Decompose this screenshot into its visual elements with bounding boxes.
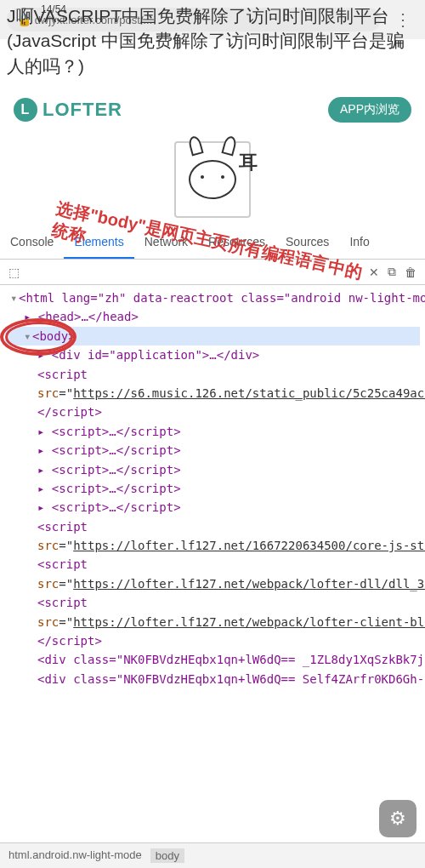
floating-settings-button[interactable]: ⚙ — [379, 800, 416, 837]
script-close-4[interactable]: </script> — [5, 631, 420, 650]
head-tag-line[interactable]: ▸ <head>…</head> — [5, 307, 420, 326]
lofter-logo-text: LOFTER — [42, 99, 122, 121]
div-line-1[interactable]: <div class="NK0FBVdzHEqbx1qn+lW6dQ== _1Z… — [5, 650, 420, 669]
delete-icon[interactable]: 🗑 — [405, 266, 416, 279]
script-src-1[interactable]: src="https://s6.music.126.net/static_pub… — [5, 384, 420, 403]
script-src-2[interactable]: src="https://lofter.lf127.net/1667220634… — [5, 536, 420, 555]
open-in-app-button[interactable]: APP内浏览 — [328, 97, 411, 123]
tab-info[interactable]: Info — [339, 226, 379, 259]
url-text: dwjyxt.lofter.com/post/... — [35, 14, 153, 26]
script-collapsed-1[interactable]: ▸ <script>…</script> — [5, 422, 420, 441]
tab-network[interactable]: Network — [134, 226, 198, 259]
lofter-logo-icon: L — [14, 98, 37, 122]
script-line-3[interactable]: <script — [5, 555, 420, 574]
html-tag-line[interactable]: ▾<html lang="zh" data-reactroot class="a… — [5, 288, 420, 307]
close-icon[interactable]: ✕ — [369, 266, 379, 279]
user-avatar[interactable]: 耳 — [174, 141, 251, 218]
tab-resources[interactable]: Resources — [198, 226, 275, 259]
breadcrumb-body[interactable]: body — [150, 848, 184, 863]
script-collapsed-5[interactable]: ▸ <script>…</script> — [5, 498, 420, 517]
script-line-1[interactable]: <script — [5, 365, 420, 384]
script-line-2[interactable]: <script — [5, 517, 420, 536]
copy-icon[interactable]: ⧉ — [388, 265, 396, 279]
body-tag-line[interactable]: ▾<body> — [5, 327, 420, 345]
devtools-tab-bar: Console Elements Network Resources Sourc… — [0, 226, 425, 260]
script-collapsed-4[interactable]: ▸ <script>…</script> — [5, 479, 420, 498]
breadcrumb-bar: html.android.nw-light-mode body — [0, 842, 425, 868]
lofter-header: L LOFTER APP内浏览 — [0, 90, 425, 129]
tab-elements[interactable]: Elements — [64, 226, 133, 259]
red-circle-annotation-2 — [5, 322, 73, 352]
script-close-1[interactable]: </script> — [5, 403, 420, 421]
gear-icon: ⚙ — [389, 808, 406, 830]
script-src-3[interactable]: src="https://lofter.lf127.net/webpack/lo… — [5, 574, 420, 593]
browser-address-bar: 14/54 🔒 dwjyxt.lofter.com/post/... ⋮ — [0, 0, 425, 39]
tab-sources[interactable]: Sources — [275, 226, 339, 259]
breadcrumb-html[interactable]: html.android.nw-light-mode — [8, 848, 142, 863]
elements-source-panel[interactable]: ▾<html lang="zh" data-reactroot class="a… — [0, 285, 425, 813]
script-collapsed-3[interactable]: ▸ <script>…</script> — [5, 460, 420, 479]
lock-icon: 🔒 — [17, 13, 31, 26]
avatar-character: 耳 — [239, 150, 258, 175]
devtools-toolbar: ⬚ ✕ ⧉ 🗑 — [0, 260, 425, 285]
tab-counter: 14/54 — [41, 3, 66, 15]
lofter-logo[interactable]: L LOFTER — [14, 98, 122, 122]
script-line-4[interactable]: <script — [5, 593, 420, 612]
avatar-section: 耳 — [0, 129, 425, 226]
script-src-4[interactable]: src="https://lofter.lf127.net/webpack/lo… — [5, 613, 420, 631]
div-line-2[interactable]: <div class="NK0FBVdzHEqbx1qn+lW6dQ== Sel… — [5, 670, 420, 688]
script-collapsed-2[interactable]: ▸ <script>…</script> — [5, 441, 420, 460]
tab-console[interactable]: Console — [0, 226, 64, 259]
inspect-icon[interactable]: ⬚ — [8, 266, 20, 279]
menu-dots-icon[interactable]: ⋮ — [388, 9, 418, 30]
